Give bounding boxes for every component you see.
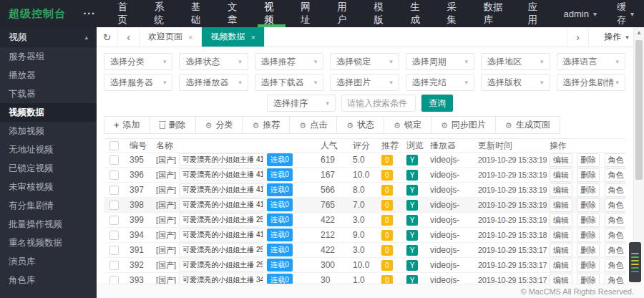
refresh-button[interactable]: ↻ [97, 27, 118, 47]
role-button[interactable]: 角色 [605, 213, 625, 227]
row-checkbox[interactable] [109, 261, 119, 270]
filter-select[interactable]: 选择图片 ▾ [330, 74, 399, 91]
recommend-badge[interactable]: 0 [381, 275, 393, 284]
sidebar-item[interactable]: 添加视频 [0, 122, 97, 140]
browse-badge[interactable]: Y [406, 155, 418, 165]
browse-badge[interactable]: Y [406, 245, 418, 256]
topbar-nav-item[interactable]: 用户 [326, 0, 363, 27]
recommend-badge[interactable]: 0 [381, 260, 393, 271]
browse-badge[interactable]: Y [406, 215, 418, 226]
recommend-badge[interactable]: 0 [381, 245, 393, 256]
browse-badge[interactable]: Y [406, 230, 418, 241]
sidebar-item[interactable]: 未审核视频 [0, 178, 97, 196]
recommend-badge[interactable]: 0 [381, 200, 393, 211]
floating-widget[interactable] [629, 242, 641, 282]
filter-select[interactable]: 选择地区 ▾ [481, 53, 550, 70]
topbar-nav-item[interactable]: 系统 [144, 0, 180, 27]
row-checkbox[interactable] [109, 170, 119, 180]
video-name-input[interactable]: 可爱漂亮的小姐姐主播 255 [179, 259, 263, 271]
topbar-nav-item[interactable]: 基础 [180, 0, 217, 27]
browse-badge[interactable]: Y [406, 260, 418, 271]
serial-badge[interactable]: 连载0 [267, 229, 293, 241]
video-name-input[interactable]: 可爱漂亮的小姐姐主播 347 [179, 274, 263, 284]
recommend-badge[interactable]: 0 [381, 185, 393, 196]
edit-button[interactable]: 编辑 [550, 183, 572, 197]
row-checkbox[interactable] [109, 216, 119, 225]
filter-select[interactable]: 选择周期 ▾ [406, 53, 474, 70]
scroll-up-icon[interactable]: ▲ [634, 27, 644, 37]
serial-badge[interactable]: 连载0 [267, 168, 293, 181]
sidebar-item[interactable]: 重名视频数据 [0, 234, 97, 252]
row-checkbox[interactable] [109, 186, 119, 195]
filter-select[interactable]: 选择分类 ▾ [104, 53, 172, 70]
serial-badge[interactable]: 连载0 [267, 153, 293, 166]
sidebar-item[interactable]: 已锁定视频 [0, 159, 97, 178]
delete-button[interactable]: 删除 [577, 168, 600, 182]
browse-badge[interactable]: Y [406, 170, 418, 181]
search-input[interactable] [341, 95, 416, 112]
recommend-badge[interactable]: 0 [381, 170, 393, 181]
topbar-nav-item[interactable]: 应用 [517, 0, 553, 27]
filter-select[interactable]: 选择状态 ▾ [179, 53, 248, 70]
serial-badge[interactable]: 连载0 [267, 259, 293, 271]
role-button[interactable]: 角色 [605, 168, 625, 182]
role-button[interactable]: 角色 [605, 198, 625, 212]
recommend-badge[interactable]: 0 [381, 215, 393, 226]
delete-button[interactable]: 删除 [577, 183, 600, 197]
delete-button[interactable]: 删除 [577, 229, 600, 242]
close-icon[interactable]: × [188, 33, 192, 42]
row-checkbox[interactable] [109, 231, 119, 240]
toolbar-button[interactable]: 添加 [104, 116, 150, 134]
delete-button[interactable]: 删除 [577, 244, 600, 257]
edit-button[interactable]: 编辑 [550, 198, 572, 212]
search-button[interactable]: 查询 [421, 95, 453, 112]
topbar-nav-item[interactable]: 采集 [436, 0, 473, 27]
sidebar-item[interactable]: 有分集剧情 [0, 196, 97, 215]
role-button[interactable]: 角色 [605, 259, 625, 272]
edit-button[interactable]: 编辑 [550, 229, 572, 242]
sidebar-item[interactable]: 视频数据 [0, 103, 97, 122]
delete-button[interactable]: 删除 [577, 213, 600, 227]
topbar-nav-item[interactable]: 文章 [217, 0, 253, 27]
video-name-input[interactable]: 可爱漂亮的小姐姐主播 413 [179, 153, 263, 166]
filter-select[interactable]: 选择完结 ▾ [406, 74, 474, 91]
tab[interactable]: 欢迎页面 × [140, 27, 202, 47]
row-checkbox[interactable] [109, 276, 119, 284]
filter-select[interactable]: 选择推荐 ▾ [255, 53, 323, 70]
role-button[interactable]: 角色 [605, 153, 625, 167]
sidebar-item[interactable]: 演员库 [0, 252, 97, 271]
scrollbar-thumb[interactable] [635, 40, 643, 180]
tab[interactable]: 视频数据 × [202, 27, 264, 47]
recommend-badge[interactable]: 0 [381, 155, 393, 165]
toolbar-button[interactable]: 同步图片 [431, 116, 496, 134]
user-menu[interactable]: admin ▾ [554, 0, 607, 27]
edit-button[interactable]: 编辑 [550, 259, 572, 272]
topbar-nav-item[interactable]: 生成 [399, 0, 436, 27]
video-name-input[interactable]: 可爱漂亮的小姐姐主播 414 [179, 168, 263, 181]
role-button[interactable]: 角色 [605, 183, 625, 197]
tab-scroll-right-button[interactable]: › [567, 27, 588, 47]
serial-badge[interactable]: 连载0 [267, 213, 293, 226]
topbar-nav-item[interactable]: 网址 [290, 0, 326, 27]
topbar-nav-item[interactable]: 数据库 [473, 0, 517, 27]
delete-button[interactable]: 删除 [577, 259, 600, 272]
browse-badge[interactable]: Y [406, 185, 418, 196]
serial-badge[interactable]: 连载0 [267, 244, 293, 256]
filter-select[interactable]: 选择语言 ▾ [557, 53, 625, 70]
delete-button[interactable]: 删除 [577, 198, 600, 212]
toolbar-button[interactable]: 锁定 [384, 116, 431, 134]
edit-button[interactable]: 编辑 [550, 153, 572, 167]
edit-button[interactable]: 编辑 [550, 244, 572, 257]
topbar-nav-item[interactable]: 模版 [363, 0, 399, 27]
sidebar-item[interactable]: 下载器 [0, 85, 97, 103]
sidebar-item[interactable]: 无地址视频 [0, 140, 97, 159]
cache-menu[interactable]: 缓存 ▾ [607, 0, 644, 27]
toolbar-button[interactable]: 分类 [195, 116, 243, 134]
row-checkbox[interactable] [109, 155, 119, 165]
edit-button[interactable]: 编辑 [550, 274, 572, 284]
sidebar-item[interactable]: 角色库 [0, 271, 97, 289]
topbar-nav-item[interactable]: 首页 [107, 0, 144, 27]
menu-collapse-button[interactable]: ··· [78, 0, 102, 27]
serial-badge[interactable]: 连载0 [267, 274, 293, 284]
topbar-nav-item[interactable]: 视频 [253, 0, 290, 27]
